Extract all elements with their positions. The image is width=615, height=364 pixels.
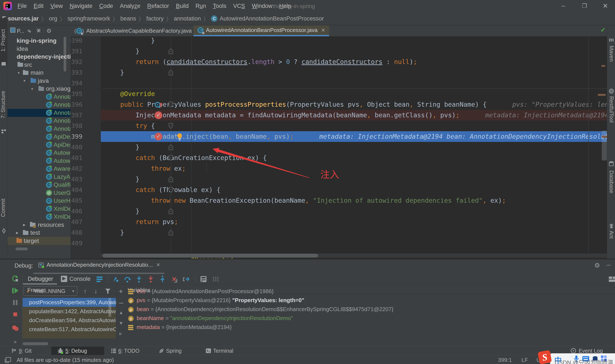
variable-row-beanName[interactable]: ▶pbeanName = "annotationDependencyInject… xyxy=(128,314,615,323)
locate-file-icon[interactable]: ⌖ xyxy=(27,27,30,34)
breadcrumb[interactable]: E-sources.jar〉org〉springframework〉beans〉… xyxy=(2,12,324,25)
breadcrumb-class[interactable]: AutowiredAnnotationBeanPostProcessor xyxy=(220,15,324,22)
tree-item-xmldepen[interactable]: CXmlDepen xyxy=(7,205,70,213)
variable-row-this[interactable]: ▶this = {AutowiredAnnotationBeanPostProc… xyxy=(128,287,615,296)
tree-item-idea[interactable]: idea xyxy=(7,45,70,53)
menu-build[interactable]: Build xyxy=(172,3,192,9)
frame-row[interactable]: doCreateBean:594, AbstractAutowireCapabl… xyxy=(23,316,116,325)
tree-item-src[interactable]: src xyxy=(7,61,70,69)
menu-file[interactable]: File xyxy=(14,3,30,9)
stripe-project[interactable]: 1: Project xyxy=(0,20,7,61)
variable-row-metadata[interactable]: ▶metadata = {InjectionMetadata@2194} xyxy=(128,323,615,332)
tab-debugger[interactable]: Debugger xyxy=(28,276,53,282)
menu-view[interactable]: View xyxy=(47,3,66,9)
variable-row-pvs[interactable]: ▶ppvs = {MutablePropertyValues@2216} "Pr… xyxy=(128,296,615,305)
layout-settings-icon[interactable] xyxy=(608,276,615,284)
frame-up-icon[interactable]: ↑ xyxy=(83,288,87,295)
menu-window[interactable]: Window xyxy=(249,3,276,9)
tree-item-org-xiaoge-th[interactable]: ▼org.xiaoge.th xyxy=(7,85,70,93)
menu-edit[interactable]: Edit xyxy=(30,3,47,9)
tree-item-target[interactable]: target xyxy=(7,237,70,245)
tree-item-lazyanno[interactable]: CLazyAnno xyxy=(7,173,70,181)
restore-button[interactable]: ❐ xyxy=(582,2,587,9)
tree-item-test[interactable]: ▶test xyxy=(7,229,70,237)
breadcrumb-item[interactable]: org xyxy=(49,15,57,22)
tree-item-xmldepen[interactable]: CXmlDepen xyxy=(7,213,70,221)
tree-item-apidepen[interactable]: CApiDepen xyxy=(7,133,70,141)
frames-vscrollbar[interactable] xyxy=(108,298,111,317)
show-execution-point-icon[interactable] xyxy=(112,276,119,284)
menu-refactor[interactable]: Refactor xyxy=(144,3,172,9)
tree-arrow-icon[interactable]: ▼ xyxy=(30,87,34,91)
collapse-all-icon[interactable] xyxy=(36,27,42,35)
breadcrumb-item[interactable]: factory xyxy=(146,15,164,22)
more-icon[interactable]: » xyxy=(11,338,19,346)
scrollbar-horizontal[interactable] xyxy=(16,247,28,250)
move-down-icon[interactable]: ▼ xyxy=(119,321,123,326)
toolwindow-spring[interactable]: Spring xyxy=(159,346,182,355)
close-icon[interactable]: ✕ xyxy=(321,27,325,33)
close-icon[interactable]: ✕ xyxy=(156,262,160,268)
menu-run[interactable]: Run xyxy=(192,3,210,9)
toolwindow-todo[interactable]: 6: TODO xyxy=(111,346,139,355)
code-editor[interactable]: }}return (candidateConstructors.length >… xyxy=(70,36,607,259)
tree-item-java[interactable]: ▼java xyxy=(7,77,70,85)
line-ending[interactable]: LF xyxy=(521,357,528,363)
step-into-icon[interactable] xyxy=(136,276,143,284)
close-button[interactable]: ✕ xyxy=(603,2,608,10)
tree-item-usergrou[interactable]: @UserGrou xyxy=(7,189,70,197)
tab-abstract-autowire[interactable]: (C) AbstractAutowireCapableBeanFactory.j… xyxy=(70,26,203,36)
more-icon[interactable]: » xyxy=(119,330,122,337)
frame-down-icon[interactable]: ↓ xyxy=(94,288,97,295)
caret-position[interactable]: 399:1 xyxy=(498,357,512,363)
debug-session-tab[interactable]: AnnotationDependencyInjectionResolutio..… xyxy=(39,261,160,268)
tree-item-main[interactable]: ▼main xyxy=(7,69,70,77)
force-step-into-icon[interactable] xyxy=(147,276,155,284)
tab-console[interactable]: Console xyxy=(69,276,91,282)
filter-icon[interactable] xyxy=(105,288,111,295)
tree-item-annotation[interactable]: CAnnotation xyxy=(7,93,70,101)
tree-item-resources[interactable]: ▶resources xyxy=(7,221,70,229)
tree-arrow-icon[interactable]: ▼ xyxy=(23,79,26,83)
toolwindow-debug[interactable]: 5: Debug xyxy=(57,346,87,355)
tree-arrow-icon[interactable]: ▼ xyxy=(17,71,20,75)
gear-icon[interactable]: ⚙ xyxy=(594,261,600,269)
tree-item-annotation[interactable]: CAnnotation xyxy=(7,109,70,117)
stripe-ant[interactable]: Ant xyxy=(608,231,615,239)
tab-autowired-annotation[interactable]: C AutowiredAnnotationBeanPostProcessor.j… xyxy=(193,26,329,36)
inspection-ok-icon[interactable]: ✓ xyxy=(601,26,605,34)
breadcrumb-item[interactable]: springframework xyxy=(67,15,110,22)
variable-row-bean[interactable]: ▶pbean = {AnnotationDependencyInjectionR… xyxy=(128,305,615,314)
settings-filter-icon[interactable] xyxy=(212,276,219,283)
tree-item-awareint[interactable]: CAwareInt xyxy=(7,165,70,173)
move-up-icon[interactable]: ▲ xyxy=(119,310,123,315)
tree-arrow-icon[interactable]: ▶ xyxy=(23,223,26,227)
minimize-button[interactable]: – xyxy=(562,2,565,9)
tree-item-qualifier[interactable]: CQualifier xyxy=(7,181,70,189)
hide-panel-icon[interactable]: – xyxy=(607,261,611,269)
stripe-structure[interactable]: 7: Structure xyxy=(0,82,7,127)
resume-icon[interactable] xyxy=(11,287,19,294)
menu-navigate[interactable]: Navigate xyxy=(66,3,96,9)
remove-watch-icon[interactable]: – xyxy=(119,298,123,307)
thread-select[interactable]: ✓ "mai...NNING ▼ xyxy=(24,286,77,296)
step-over-icon[interactable] xyxy=(124,276,131,284)
stripe-maven[interactable]: Maven xyxy=(608,46,615,62)
tree-arrow-icon[interactable]: ▶ xyxy=(16,231,19,235)
tree-item-autowirin[interactable]: CAutowirin xyxy=(7,157,70,165)
tree-item-annotation[interactable]: CAnnotation xyxy=(7,125,70,133)
intellij-logo[interactable]: IJ xyxy=(3,2,12,10)
frames-hscrollbar[interactable] xyxy=(23,342,48,345)
frame-row[interactable]: postProcessProperties:399, AutowiredAnno… xyxy=(23,298,116,307)
breadcrumb-item[interactable]: beans xyxy=(120,15,136,22)
tree-item-king-in-spring[interactable]: king-in-springD:\wor xyxy=(7,37,70,45)
drop-frame-icon[interactable] xyxy=(171,276,178,284)
stripe-database[interactable]: Database xyxy=(608,170,615,193)
toolwindow-terminal[interactable]: Terminal xyxy=(205,346,233,355)
breadcrumb-item[interactable]: annotation xyxy=(174,15,201,22)
toolwindow-toggle-icon[interactable] xyxy=(5,357,11,364)
pause-icon[interactable] xyxy=(11,299,19,306)
frame-row[interactable] xyxy=(23,334,116,338)
step-out-icon[interactable] xyxy=(159,276,166,284)
toolwindow-git[interactable]: 9: Git xyxy=(11,346,32,355)
